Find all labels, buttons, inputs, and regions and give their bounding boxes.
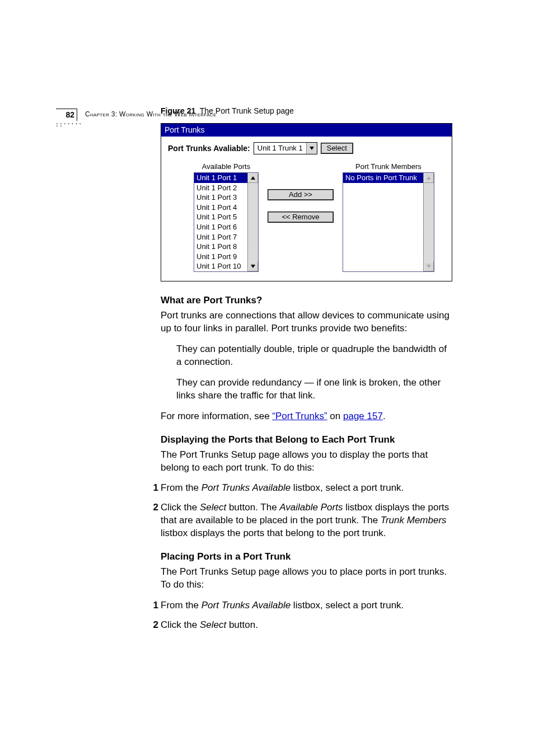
link-port-trunks[interactable]: “Port Trunks”: [272, 411, 327, 421]
list-item[interactable]: Unit 1 Port 4: [194, 203, 247, 213]
screenshot-port-trunk-setup: Port Trunks Port Trunks Avaliable: Unit …: [161, 123, 452, 281]
list-item[interactable]: Unit 1 Port 6: [194, 222, 247, 232]
page-header: 82 Chapter 3: Working With the Web Inter…: [56, 109, 481, 128]
link-page-157[interactable]: page 157: [343, 411, 383, 421]
chevron-down-icon[interactable]: [306, 143, 317, 154]
paragraph: Port trunks are connections that allow d…: [161, 309, 452, 335]
step-number: 1: [147, 599, 158, 612]
paragraph: For more information, see “Port Trunks” …: [161, 410, 452, 423]
list-item[interactable]: Unit 1 Port 5: [194, 212, 247, 222]
scroll-track[interactable]: [424, 183, 434, 261]
list-item[interactable]: Unit 1 Port 9: [194, 252, 247, 262]
numbered-step: 1 From the Port Trunks Available listbox…: [161, 482, 452, 495]
scrollbar[interactable]: [247, 173, 258, 271]
numbered-step: 1 From the Port Trunks Available listbox…: [161, 599, 452, 612]
section-heading: Placing Ports in a Port Trunk: [161, 551, 452, 562]
scroll-up-icon[interactable]: [424, 173, 434, 183]
paragraph: They can potentially double, triple or q…: [176, 343, 452, 369]
members-label: Port Trunk Members: [343, 162, 434, 171]
section-heading: Displaying the Ports that Belong to Each…: [161, 434, 452, 445]
numbered-step: 2 Click the Select button.: [161, 619, 452, 632]
paragraph: They can provide redundancy — if one lin…: [176, 377, 452, 402]
available-ports-listbox[interactable]: Unit 1 Port 1 Unit 1 Port 2 Unit 1 Port …: [194, 172, 259, 272]
trunks-dropdown-value: Unit 1 Trunk 1: [254, 143, 306, 154]
available-label: Port Trunks Avaliable:: [168, 144, 250, 153]
members-listbox[interactable]: No Ports in Port Trunk: [343, 172, 434, 272]
step-number: 2: [147, 619, 158, 632]
scroll-up-icon[interactable]: [248, 173, 258, 183]
scroll-down-icon[interactable]: [248, 261, 258, 271]
numbered-step: 2 Click the Select button. The Available…: [161, 501, 452, 540]
section-heading: What are Port Trunks?: [161, 295, 452, 306]
decorative-dots: ·········: [56, 122, 78, 126]
select-button[interactable]: Select: [321, 143, 353, 154]
list-item[interactable]: Unit 1 Port 1: [194, 173, 247, 183]
step-number: 1: [147, 482, 158, 495]
list-item[interactable]: Unit 1 Port 2: [194, 183, 247, 193]
step-number: 2: [147, 501, 158, 514]
list-item[interactable]: No Ports in Port Trunk: [343, 173, 423, 183]
list-item[interactable]: Unit 1 Port 8: [194, 242, 247, 252]
paragraph: The Port Trunks Setup page allows you to…: [161, 449, 452, 475]
list-item[interactable]: Unit 1 Port 3: [194, 192, 247, 203]
remove-button[interactable]: << Remove: [268, 212, 334, 223]
trunks-dropdown[interactable]: Unit 1 Trunk 1: [254, 142, 317, 154]
scrollbar[interactable]: [423, 173, 434, 271]
paragraph: The Port Trunks Setup page allows you to…: [161, 566, 452, 591]
chapter-label: Chapter 3: Working With the Web Interfac…: [85, 110, 217, 118]
scroll-down-icon[interactable]: [424, 261, 434, 271]
list-item[interactable]: Unit 1 Port 7: [194, 232, 247, 242]
scroll-track[interactable]: [248, 183, 258, 261]
list-item[interactable]: Unit 1 Port 10: [194, 261, 247, 271]
add-button[interactable]: Add >>: [268, 189, 334, 200]
available-ports-label: Available Ports: [194, 162, 259, 171]
